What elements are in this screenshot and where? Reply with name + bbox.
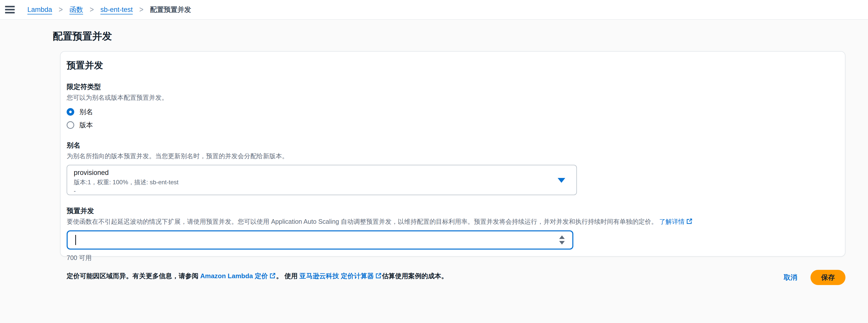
external-link-icon <box>686 218 693 225</box>
availability-note: 700 可用 <box>67 254 835 262</box>
learn-more-link[interactable]: 了解详情 <box>659 218 693 225</box>
external-link-icon <box>375 272 382 279</box>
alias-select-detail: 版本:1，权重: 100%，描述: sb-ent-test <box>74 178 556 186</box>
radio-option-version[interactable]: 版本 <box>67 121 835 130</box>
radio-unselected-icon[interactable] <box>67 121 74 129</box>
hamburger-menu-icon[interactable] <box>4 5 16 14</box>
breadcrumb: Lambda > 函数 > sb-ent-test > 配置预置并发 <box>27 5 191 14</box>
breadcrumb-lambda[interactable]: Lambda <box>27 6 52 14</box>
top-navigation-bar: Lambda > 函数 > sb-ent-test > 配置预置并发 <box>0 0 868 20</box>
breadcrumb-functions[interactable]: 函数 <box>69 5 83 14</box>
qualifier-type-label: 限定符类型 <box>67 82 835 91</box>
learn-more-label: 了解详情 <box>659 218 685 225</box>
alias-select-detail2: - <box>74 187 556 194</box>
chevron-right-icon: > <box>90 5 94 14</box>
lambda-pricing-link-label: Amazon Lambda 定价 <box>200 272 268 280</box>
provisioned-concurrency-description: 要使函数在不引起延迟波动的情况下扩展，请使用预置并发。您可以使用 Applica… <box>67 218 835 226</box>
external-link-icon <box>269 272 276 279</box>
provisioned-concurrency-label: 预置并发 <box>67 206 835 216</box>
pricing-text-3: 估算使用案例的成本。 <box>382 272 448 280</box>
chevron-right-icon: > <box>140 5 144 14</box>
breadcrumb-function-name[interactable]: sb-ent-test <box>100 6 133 14</box>
stepper-up-icon[interactable] <box>559 235 565 239</box>
cancel-button[interactable]: 取消 <box>784 273 797 282</box>
alias-select-value: provisioned <box>74 169 556 177</box>
provisioned-concurrency-description-text: 要使函数在不引起延迟波动的情况下扩展，请使用预置并发。您可以使用 Applica… <box>67 218 657 225</box>
card-title: 预置并发 <box>67 59 835 72</box>
stepper-down-icon[interactable] <box>559 241 565 245</box>
pricing-text-2: 。 使用 <box>276 272 299 280</box>
alias-section: 别名 为别名所指向的版本预置并发。当您更新别名时，预置的并发会分配给新版本。 p… <box>67 141 835 195</box>
radio-option-version-label: 版本 <box>79 121 93 130</box>
radio-option-alias[interactable]: 别名 <box>67 107 835 117</box>
alias-select[interactable]: provisioned 版本:1，权重: 100%，描述: sb-ent-tes… <box>67 165 577 195</box>
qualifier-type-description: 您可以为别名或版本配置预置并发。 <box>67 93 835 102</box>
pricing-text-1: 定价可能因区域而异。有关更多信息，请参阅 <box>67 272 200 280</box>
pricing-calculator-link[interactable]: 亚马逊云科技 定价计算器 <box>300 272 382 280</box>
provisioned-concurrency-section: 预置并发 要使函数在不引起延迟波动的情况下扩展，请使用预置并发。您可以使用 Ap… <box>67 206 835 262</box>
radio-selected-icon[interactable] <box>67 108 74 116</box>
qualifier-radio-group: 别名 版本 <box>67 107 835 130</box>
provisioned-concurrency-card: 预置并发 限定符类型 您可以为别名或版本配置预置并发。 别名 版本 别名 为别名… <box>60 51 845 257</box>
provisioned-concurrency-input[interactable] <box>67 230 574 250</box>
provisioned-concurrency-input-wrap <box>67 230 574 250</box>
number-stepper[interactable] <box>559 235 565 245</box>
breadcrumb-current-page: 配置预置并发 <box>150 5 191 14</box>
chevron-right-icon: > <box>59 5 63 14</box>
alias-label: 别名 <box>67 141 835 150</box>
qualifier-type-section: 限定符类型 您可以为别名或版本配置预置并发。 别名 版本 <box>67 82 835 130</box>
caret-down-icon <box>558 178 565 183</box>
radio-option-alias-label: 别名 <box>79 107 93 117</box>
save-button[interactable]: 保存 <box>810 270 845 285</box>
text-cursor <box>75 235 76 245</box>
lambda-pricing-link[interactable]: Amazon Lambda 定价 <box>200 272 276 280</box>
alias-description: 为别名所指向的版本预置并发。当您更新别名时，预置的并发会分配给新版本。 <box>67 152 835 160</box>
pricing-calculator-link-label: 亚马逊云科技 定价计算器 <box>300 272 374 280</box>
page-title: 配置预置并发 <box>53 29 868 43</box>
